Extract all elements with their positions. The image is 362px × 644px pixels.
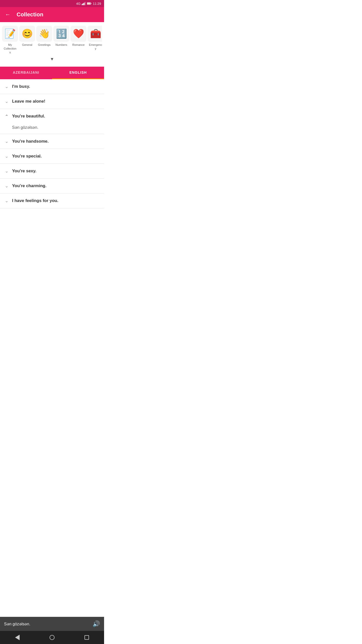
category-icon-romance: ❤️ [70,26,86,42]
phrase-item: ⌄You're charming.Sən cazibədarsan. [0,179,104,193]
app-bar: ← Collection [0,7,104,22]
chevron-icon: ⌄ [4,84,9,89]
category-item-romance[interactable]: ❤️ Romance [70,26,86,54]
chevron-icon: ⌄ [4,198,9,204]
chevron-icon: ⌄ [4,183,9,189]
expand-arrow[interactable]: ▾ [2,54,102,64]
time-label: 11:29 [93,2,101,6]
phrase-english: You're charming. [12,183,47,188]
network-label: 4G [76,2,80,6]
phrase-item: ⌄You're beautiful.Sən gözəlsən. [0,109,104,134]
phrase-row[interactable]: ⌄You're sexy. [0,164,104,178]
category-row: 📝 My Collections 😊 General 👋 Greetings 🔢… [2,26,102,54]
svg-rect-2 [84,3,84,5]
back-button[interactable]: ← [4,10,12,19]
phrase-english: I have feelings for you. [12,198,58,203]
category-icon-emergency: 🧰 [87,26,102,42]
app-title: Collection [17,11,43,18]
language-tabs: AZERBAIJANIENGLISH [0,67,104,79]
category-label-my-collections: My Collections [3,43,17,54]
chevron-icon: ⌄ [4,153,9,159]
phrase-row[interactable]: ⌄I have feelings for you. [0,193,104,208]
svg-rect-5 [91,3,92,4]
phrase-row[interactable]: ⌄I love you. [0,208,104,210]
category-item-greetings[interactable]: 👋 Greetings [36,26,52,54]
phrase-item: ⌄I love you.Səni sevirəm. [0,208,104,210]
tab-english[interactable]: ENGLISH [52,67,104,79]
phrase-scroll-area[interactable]: ⌄I'm busy.Mən məşğulam.⌄Leave me alone!M… [0,79,104,210]
chevron-icon: ⌄ [4,168,9,174]
svg-text:⚡: ⚡ [88,3,90,5]
phrase-row[interactable]: ⌄Leave me alone! [0,94,104,109]
battery-icon: ⚡ [87,2,92,5]
category-item-emergency[interactable]: 🧰 Emergency [87,26,102,54]
svg-rect-3 [85,2,85,5]
phrase-item: ⌄You're special.Sən xüsusisin. [0,149,104,164]
category-icon-numbers: 🔢 [53,26,69,42]
svg-rect-0 [82,4,82,5]
status-bar: 4G ⚡ 11:29 [0,0,104,7]
category-item-general[interactable]: 😊 General [19,26,35,54]
category-label-numbers: Numbers [56,43,67,47]
phrase-english: You're handsome. [12,139,49,144]
tab-azerbaijani[interactable]: AZERBAIJANI [0,67,52,79]
phrase-item: ⌄Leave me alone!Məni tək burax! [0,94,104,109]
chevron-icon: ⌄ [4,99,9,104]
category-label-emergency: Emergency [88,43,102,51]
phrase-english: You're sexy. [12,169,36,174]
svg-rect-1 [83,3,83,5]
category-label-greetings: Greetings [38,43,51,47]
phrase-english: You're special. [12,154,42,159]
category-icon-greetings: 👋 [36,26,52,42]
category-section: 📝 My Collections 😊 General 👋 Greetings 🔢… [0,22,104,67]
translation-row: Sən gözəlsən. [0,124,104,134]
category-icon-my-collections: 📝 [2,26,18,42]
phrase-row[interactable]: ⌄You're beautiful. [0,109,104,124]
phrase-row[interactable]: ⌄You're special. [0,149,104,164]
chevron-icon: ⌄ [4,139,9,144]
phrase-row[interactable]: ⌄I'm busy. [0,79,104,94]
phrase-english: You're beautiful. [12,114,45,119]
phrase-item: ⌄I have feelings for you.Mən sənə hiss e… [0,193,104,208]
category-item-my-collections[interactable]: 📝 My Collections [2,26,18,54]
phrase-item: ⌄I'm busy.Mən məşğulam. [0,79,104,94]
translation-text: Sən gözəlsən. [12,125,38,130]
phrase-row[interactable]: ⌄You're charming. [0,179,104,193]
signal-icon [82,2,86,5]
phrase-row[interactable]: ⌄You're handsome. [0,134,104,149]
phrase-item: ⌄You're sexy.Sən seksualsan. [0,164,104,179]
category-label-general: General [22,43,32,47]
phrase-english: Leave me alone! [12,99,45,104]
phrase-english: I'm busy. [12,84,30,89]
status-icons: 4G ⚡ 11:29 [76,2,101,6]
category-label-romance: Romance [72,43,84,47]
phrase-item: ⌄You're handsome.Sən yaraşıqlısın. [0,134,104,149]
phrase-list: ⌄I'm busy.Mən məşğulam.⌄Leave me alone!M… [0,79,104,210]
category-item-numbers[interactable]: 🔢 Numbers [53,26,69,54]
chevron-icon: ⌄ [4,113,9,119]
category-icon-general: 😊 [19,26,35,42]
